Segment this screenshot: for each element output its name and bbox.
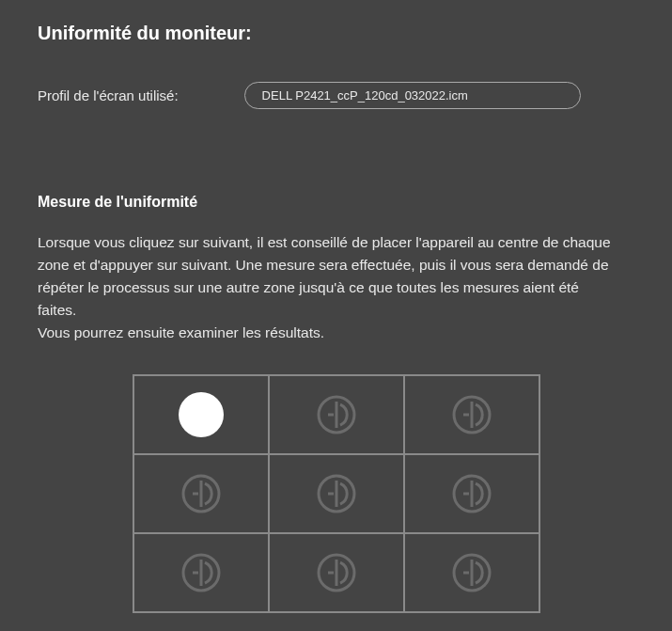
uniformity-zone-cell[interactable]: [404, 375, 539, 454]
uniformity-zone-cell[interactable]: [133, 454, 269, 533]
sensor-placeholder-icon: [316, 473, 357, 514]
uniformity-zone-cell[interactable]: [404, 454, 539, 533]
sensor-placeholder-icon: [180, 473, 222, 514]
uniformity-zone-cell[interactable]: [404, 533, 539, 612]
sensor-placeholder-icon: [451, 394, 492, 435]
uniformity-zone-cell[interactable]: [269, 533, 404, 612]
uniformity-zone-cell[interactable]: [269, 454, 404, 533]
sensor-placeholder-icon: [316, 552, 357, 593]
page-title: Uniformité du moniteur:: [38, 23, 634, 44]
sensor-placeholder-icon: [316, 394, 357, 435]
profile-row: Profil de l'écran utilisé: DELL P2421_cc…: [38, 82, 634, 109]
uniformity-zone-grid: [133, 374, 540, 613]
section-heading: Mesure de l'uniformité: [38, 194, 634, 211]
uniformity-zone-cell[interactable]: [269, 375, 404, 454]
sensor-placeholder-icon: [451, 552, 492, 593]
instructions-text: Lorsque vous cliquez sur suivant, il est…: [38, 231, 620, 344]
sensor-placeholder-icon: [180, 552, 222, 593]
profile-value-field[interactable]: DELL P2421_ccP_120cd_032022.icm: [244, 82, 581, 109]
uniformity-zone-cell[interactable]: [133, 533, 269, 612]
active-zone-indicator-icon: [179, 392, 224, 437]
profile-label: Profil de l'écran utilisé:: [38, 87, 179, 103]
uniformity-zone-cell[interactable]: [133, 375, 269, 454]
sensor-placeholder-icon: [451, 473, 492, 514]
